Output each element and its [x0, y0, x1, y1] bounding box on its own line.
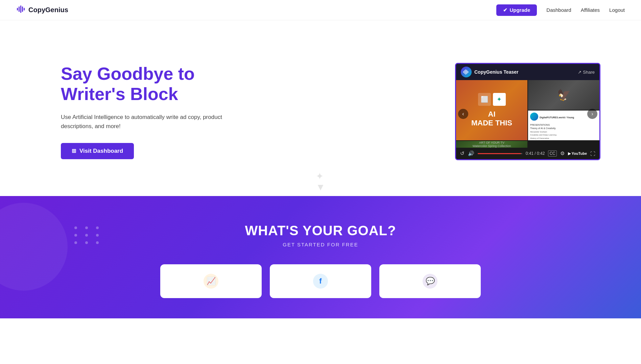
- svg-rect-2: [20, 5, 21, 13]
- upgrade-check-icon: ✔: [503, 7, 507, 13]
- logo-icon: [16, 4, 26, 16]
- share-label: Share: [583, 70, 595, 75]
- svg-rect-9: [468, 71, 468, 73]
- svg-rect-6: [465, 70, 465, 74]
- video-channel-name: CopyGenius Teaser: [474, 69, 518, 75]
- visit-dashboard-label: Visit Dashboard: [79, 148, 123, 154]
- progress-bar[interactable]: [478, 153, 522, 154]
- video-prev-button[interactable]: ‹: [458, 109, 468, 119]
- svg-rect-3: [22, 6, 23, 12]
- ai-icon-openai: ✦: [493, 93, 506, 106]
- dot-9: [96, 241, 99, 244]
- svg-rect-1: [19, 6, 20, 12]
- navbar: CopyGenius ✔ Upgrade Dashboard Affiliate…: [0, 0, 641, 20]
- video-share[interactable]: ↗ Share: [578, 70, 595, 75]
- dot-3: [96, 226, 99, 229]
- video-content: ⬜ ✦ AI Made This 🦅 DigitalFUTURES.world …: [456, 80, 599, 148]
- logout-link[interactable]: Logout: [609, 7, 625, 13]
- visit-dashboard-button[interactable]: ⊞ Visit Dashboard: [61, 143, 134, 159]
- dashboard-link[interactable]: Dashboard: [546, 7, 571, 13]
- pres-text: PRESENTATIONSTheory of AI & CreativityAl…: [530, 123, 556, 140]
- goal-card-1[interactable]: 📈: [160, 264, 262, 298]
- share-icon: ↗: [578, 70, 581, 75]
- facebook-icon: f: [319, 277, 322, 286]
- dashboard-grid-icon: ⊞: [72, 148, 76, 154]
- svg-rect-5: [463, 71, 464, 73]
- svg-rect-4: [24, 8, 25, 10]
- goal-card-3[interactable]: 💬: [379, 264, 481, 298]
- dot-1: [74, 226, 77, 229]
- svg-rect-8: [467, 70, 467, 74]
- dot-4: [74, 234, 77, 237]
- goal-section: WHAT'S YOUR GOAL? GET STARTED FOR FREE 📈…: [0, 196, 641, 318]
- goal-cards: 📈 f 💬: [16, 264, 625, 298]
- cc-icon[interactable]: CC: [548, 150, 556, 156]
- logo-text: CopyGenius: [28, 6, 68, 14]
- affiliates-link[interactable]: Affiliates: [581, 7, 600, 13]
- youtube-logo: ▶ YouTube: [568, 151, 587, 156]
- pres-logo: [530, 113, 538, 121]
- fullscreen-icon[interactable]: ⛶: [590, 151, 595, 156]
- chat-icon: 💬: [426, 277, 435, 286]
- progress-fill: [478, 153, 521, 154]
- upgrade-label: Upgrade: [509, 7, 530, 13]
- goal-dots: [74, 226, 102, 244]
- dot-2: [85, 226, 88, 229]
- dot-5: [85, 234, 88, 237]
- card-3-icon: 💬: [423, 274, 437, 289]
- card-2-icon: f: [313, 274, 328, 289]
- goal-title: WHAT'S YOUR GOAL?: [16, 223, 625, 238]
- video-controls: ↺ 🔊 0:41 / 0:42 CC ⚙ ▶ YouTube ⛶: [456, 148, 599, 159]
- dot-8: [85, 241, 88, 244]
- bird-image: 🦅: [528, 80, 599, 110]
- volume-icon[interactable]: 🔊: [468, 150, 474, 156]
- upgrade-button[interactable]: ✔ Upgrade: [496, 4, 537, 16]
- dot-6: [96, 234, 99, 237]
- ai-icon-doc: ⬜: [478, 93, 491, 106]
- video-player: CopyGenius Teaser ↗ Share ⬜ ✦ AI Made Th…: [455, 63, 600, 160]
- ai-made-text: AI Made This: [471, 110, 512, 128]
- hero-subtitle: Use Artificial Intelligence to automatic…: [61, 113, 237, 131]
- hero-section: Say Goodbye to Writer's Block Use Artifi…: [0, 20, 641, 196]
- svg-rect-0: [17, 8, 18, 10]
- nature-image: ART OF YOUR TVWatercolor Spring Collecti…: [456, 141, 527, 148]
- nav-right: ✔ Upgrade Dashboard Affiliates Logout: [496, 4, 625, 16]
- hero-title: Say Goodbye to Writer's Block: [61, 64, 237, 104]
- video-cell-bird: 🦅: [528, 80, 599, 110]
- logo[interactable]: CopyGenius: [16, 4, 68, 16]
- time-display: 0:41 / 0:42: [526, 151, 545, 156]
- video-avatar: [461, 67, 472, 77]
- video-cell-nature: ART OF YOUR TVWatercolor Spring Collecti…: [456, 141, 527, 148]
- goal-subtitle: GET STARTED FOR FREE: [16, 242, 625, 247]
- arrow-decoration: ✦▼: [316, 171, 325, 193]
- dot-7: [74, 241, 77, 244]
- settings-icon[interactable]: ⚙: [560, 150, 565, 156]
- hero-left: Say Goodbye to Writer's Block Use Artifi…: [61, 64, 237, 159]
- video-top-bar: CopyGenius Teaser ↗ Share: [456, 64, 599, 80]
- goal-card-2[interactable]: f: [270, 264, 371, 298]
- replay-icon[interactable]: ↺: [460, 150, 465, 156]
- svg-rect-7: [466, 69, 466, 75]
- video-next-button[interactable]: ›: [587, 109, 597, 119]
- chart-icon: 📈: [207, 277, 216, 286]
- card-1-icon: 📈: [204, 274, 218, 289]
- video-top-left: CopyGenius Teaser: [461, 67, 518, 77]
